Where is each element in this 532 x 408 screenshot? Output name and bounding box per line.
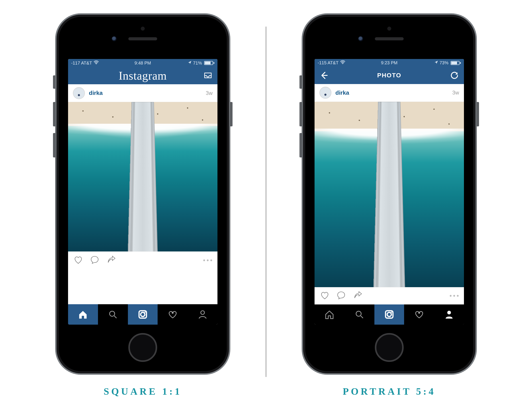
comment-icon[interactable] — [90, 255, 100, 266]
app-header: Instagram — [68, 67, 218, 84]
power-button — [477, 102, 479, 126]
post-actions — [68, 251, 218, 269]
volume-up — [299, 102, 302, 126]
tab-bar — [68, 304, 218, 325]
more-icon[interactable] — [203, 259, 212, 261]
app-header: PHOTO — [314, 67, 464, 84]
svg-point-13 — [447, 311, 451, 315]
volume-up — [53, 102, 55, 126]
post-body-blank — [68, 269, 218, 304]
post-age: 3w — [206, 90, 212, 96]
more-icon[interactable] — [450, 295, 459, 297]
volume-down — [53, 133, 55, 157]
screen-right: -115 AT&T 9:23 PM 73% — [314, 59, 464, 325]
post-image[interactable] — [68, 102, 218, 251]
status-bar: -117 AT&T 9:48 PM 71% — [68, 59, 218, 67]
svg-point-12 — [418, 312, 420, 314]
battery-icon — [203, 61, 214, 65]
silence-switch — [299, 75, 302, 89]
username[interactable]: dirka — [89, 90, 202, 96]
divider-line — [266, 27, 266, 377]
volume-down — [299, 133, 302, 157]
svg-point-5 — [172, 312, 174, 314]
front-camera — [112, 36, 117, 41]
svg-point-7 — [342, 63, 343, 64]
battery-pct: 71% — [193, 60, 202, 66]
caption-left: SQUARE 1:1 — [103, 386, 182, 397]
tab-home[interactable] — [314, 305, 345, 325]
svg-point-4 — [144, 312, 146, 313]
svg-point-1 — [110, 311, 115, 316]
proximity-sensor — [141, 27, 145, 31]
home-button[interactable] — [128, 333, 157, 362]
svg-point-6 — [201, 311, 204, 314]
tab-activity[interactable] — [404, 305, 434, 325]
tab-profile[interactable] — [187, 304, 218, 325]
svg-point-8 — [356, 311, 361, 316]
tab-home[interactable] — [68, 304, 98, 325]
tab-camera[interactable] — [374, 305, 404, 325]
svg-point-0 — [96, 63, 97, 64]
phone-right: -115 AT&T 9:23 PM 73% — [302, 13, 477, 375]
like-icon[interactable] — [320, 290, 330, 301]
instagram-logo: Instagram — [119, 69, 167, 82]
status-time: 9:23 PM — [381, 60, 397, 65]
post-header: dirka 3w — [68, 84, 218, 102]
battery-fill — [205, 62, 211, 64]
share-icon[interactable] — [106, 255, 116, 266]
post-age: 3w — [452, 90, 459, 96]
share-icon[interactable] — [353, 290, 363, 301]
signal-text: -115 AT&T — [318, 60, 338, 65]
svg-point-10 — [387, 312, 391, 317]
wifi-icon — [94, 60, 99, 66]
tab-search[interactable] — [98, 304, 128, 325]
left-column: -117 AT&T 9:48 PM 71% — [55, 13, 230, 397]
wifi-icon — [340, 60, 345, 65]
front-camera — [358, 36, 363, 41]
phone-left: -117 AT&T 9:48 PM 71% — [55, 13, 230, 375]
page-title: PHOTO — [377, 72, 401, 79]
screen-left: -117 AT&T 9:48 PM 71% — [68, 59, 218, 325]
battery-fill — [451, 62, 457, 64]
post-actions — [314, 287, 464, 304]
caption-right: PORTRAIT 5:4 — [343, 386, 436, 397]
status-bar: -115 AT&T 9:23 PM 73% — [314, 59, 464, 67]
username[interactable]: dirka — [335, 89, 448, 96]
tab-profile[interactable] — [434, 305, 464, 325]
comparison-stage: -117 AT&T 9:48 PM 71% — [0, 0, 532, 397]
right-column: -115 AT&T 9:23 PM 73% — [302, 13, 477, 397]
comment-icon[interactable] — [336, 290, 346, 301]
power-button — [230, 102, 233, 126]
battery-pct: 73% — [439, 60, 448, 65]
avatar[interactable] — [320, 87, 331, 99]
earpiece-speaker — [375, 37, 404, 40]
home-button[interactable] — [375, 333, 404, 362]
avatar[interactable] — [73, 87, 85, 99]
like-icon[interactable] — [73, 255, 83, 266]
proximity-sensor — [387, 27, 391, 31]
battery-icon — [450, 61, 461, 65]
back-icon[interactable] — [319, 70, 329, 80]
svg-point-3 — [141, 312, 145, 317]
post-header: dirka 3w — [314, 84, 464, 102]
svg-point-11 — [391, 312, 392, 313]
tab-activity[interactable] — [158, 304, 187, 325]
status-time: 9:48 PM — [135, 60, 151, 66]
earpiece-speaker — [128, 37, 157, 40]
inbox-icon[interactable] — [203, 70, 213, 81]
post-image[interactable] — [314, 102, 464, 287]
tab-camera[interactable] — [128, 304, 158, 325]
signal-text: -117 AT&T — [71, 60, 92, 66]
tab-search[interactable] — [345, 305, 374, 325]
tab-bar — [314, 305, 464, 325]
location-icon — [188, 60, 192, 66]
location-icon — [434, 60, 438, 65]
silence-switch — [53, 75, 55, 89]
refresh-icon[interactable] — [449, 70, 459, 80]
